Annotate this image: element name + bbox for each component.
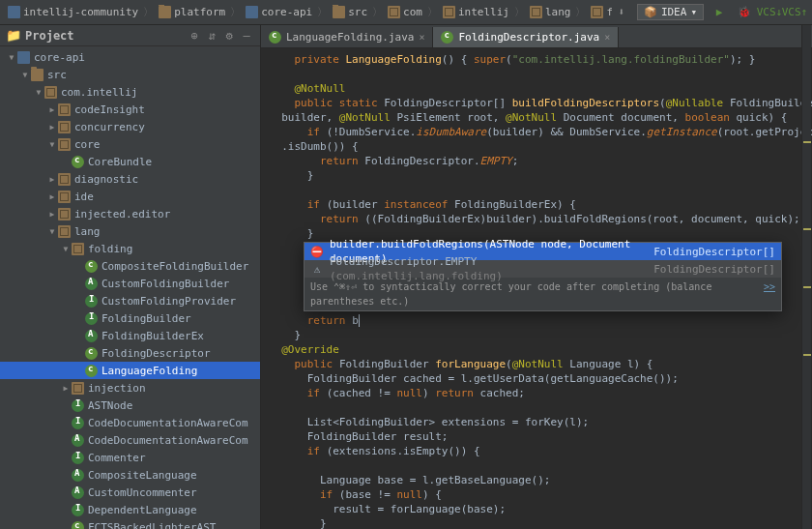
tree-node[interactable]: ▶concurrency: [0, 118, 260, 135]
tree-arrow-icon[interactable]: ▼: [46, 227, 58, 236]
iface-icon: [72, 504, 84, 516]
tree-label: com.intellij: [61, 86, 137, 99]
editor-tab[interactable]: FoldingDescriptor.java×: [433, 27, 619, 47]
tree-arrow-icon[interactable]: ▶: [46, 123, 58, 132]
tree-label: CoreBundle: [88, 156, 152, 168]
tree-label: FoldingBuilderEx: [102, 330, 204, 342]
run-icon[interactable]: ▶: [710, 3, 729, 22]
tree-arrow-icon[interactable]: ▼: [60, 245, 72, 253]
tree-arrow-icon[interactable]: ▼: [33, 88, 44, 97]
pkg-icon: [58, 208, 71, 220]
tree-arrow-icon[interactable]: ▶: [46, 175, 58, 184]
breadcrumb-item[interactable]: com〉: [388, 5, 440, 19]
breadcrumb-item[interactable]: platform〉: [159, 5, 243, 19]
abst-icon: [72, 469, 84, 482]
vcs-update-icon[interactable]: VCS↓: [760, 3, 779, 22]
completion-type: FoldingDescriptor[]: [653, 262, 775, 277]
tree-arrow-icon[interactable]: ▶: [46, 192, 58, 201]
breadcrumb-item[interactable]: intellij-community〉: [8, 5, 156, 19]
debug-icon[interactable]: 🐞: [735, 3, 754, 22]
tree-label: injection: [88, 382, 146, 395]
tree-node[interactable]: ▶ide: [0, 188, 260, 205]
tree-label: CompositeFoldingBuilder: [102, 260, 248, 273]
select-opened-icon[interactable]: ⊕: [187, 28, 202, 44]
tree-label: injected.editor: [74, 208, 170, 220]
folder-icon: [159, 6, 171, 18]
breadcrumb-item[interactable]: lang〉: [530, 5, 589, 19]
tree-node[interactable]: ▼core-api: [0, 48, 260, 66]
tree-node[interactable]: CodeDocumentationAwareCom: [0, 414, 260, 431]
tree-node[interactable]: CoreBundle: [0, 153, 260, 170]
project-tree[interactable]: ▼core-api▼src▼com.intellij▶codeInsight▶c…: [0, 46, 260, 529]
tree-arrow-icon[interactable]: ▼: [6, 53, 17, 62]
breadcrumb-item[interactable]: core-api〉: [246, 5, 330, 19]
tree-label: Commenter: [88, 452, 146, 464]
editor-tabs: LanguageFolding.java×FoldingDescriptor.j…: [261, 25, 812, 48]
iface-icon: [72, 452, 84, 464]
collapse-all-icon[interactable]: ⇵: [204, 28, 219, 44]
hide-icon[interactable]: —: [239, 28, 254, 44]
tree-node[interactable]: ▶codeInsight: [0, 101, 260, 118]
tree-label: FoldingDescriptor: [102, 347, 211, 360]
breadcrumb-item[interactable]: folding〉: [591, 5, 611, 19]
vcs-commit-icon[interactable]: VCS↑: [785, 3, 804, 22]
tree-arrow-icon[interactable]: ▼: [46, 140, 58, 149]
completion-popup[interactable]: ⛔builder.buildFoldRegions(ASTNode node, …: [304, 242, 782, 311]
tree-node[interactable]: CompositeLanguage: [0, 466, 260, 484]
tree-node[interactable]: ▶diagnostic: [0, 170, 260, 188]
tree-node[interactable]: ▼core: [0, 135, 260, 153]
tree-node[interactable]: FCTSBackedLighterAST: [0, 518, 260, 529]
tree-node[interactable]: CustomUncommenter: [0, 484, 260, 501]
build-icon[interactable]: ⬇: [612, 3, 631, 22]
iface-icon: [72, 417, 84, 429]
completion-icon: ⚠: [310, 262, 324, 277]
tree-node[interactable]: FoldingDescriptor: [0, 344, 260, 362]
tree-node[interactable]: ▶injected.editor: [0, 205, 260, 222]
tree-node[interactable]: ▼src: [0, 66, 260, 83]
tree-node[interactable]: CompositeFoldingBuilder: [0, 257, 260, 275]
close-icon[interactable]: ×: [419, 32, 424, 43]
editor-tab[interactable]: LanguageFolding.java×: [261, 27, 433, 47]
tree-node[interactable]: LanguageFolding: [0, 362, 260, 379]
breadcrumb-item[interactable]: intellij〉: [443, 5, 527, 19]
tree-node[interactable]: ASTNode: [0, 397, 260, 414]
project-panel-header: 📁 Project ⊕ ⇵ ⚙ —: [0, 25, 260, 46]
completion-icon: ⛔: [310, 245, 324, 259]
tree-label: CodeDocumentationAwareCom: [88, 434, 248, 447]
pkg-icon: [443, 6, 455, 18]
tree-node[interactable]: CodeDocumentationAwareCom: [0, 431, 260, 449]
pkg-icon: [58, 138, 71, 151]
jclass-icon: [85, 347, 98, 360]
settings-icon[interactable]: ⚙: [221, 28, 237, 44]
tree-arrow-icon[interactable]: ▼: [19, 71, 31, 79]
tab-label: LanguageFolding.java: [286, 31, 414, 44]
tree-arrow-icon[interactable]: ▶: [46, 210, 58, 219]
tree-node[interactable]: Commenter: [0, 449, 260, 466]
hint-link[interactable]: >>: [764, 279, 775, 309]
error-stripe[interactable]: [801, 25, 811, 529]
tree-node[interactable]: ▼com.intellij: [0, 83, 260, 101]
run-config-selector[interactable]: 📦 IDEA ▾: [637, 4, 704, 20]
tree-node[interactable]: FoldingBuilderEx: [0, 327, 260, 344]
tree-node[interactable]: ▼folding: [0, 240, 260, 257]
tree-node[interactable]: ▼lang: [0, 222, 260, 240]
tree-arrow-icon[interactable]: ▶: [46, 105, 58, 114]
tree-label: ide: [74, 191, 94, 203]
tree-label: concurrency: [74, 121, 145, 133]
tree-node[interactable]: ▶injection: [0, 379, 260, 397]
close-icon[interactable]: ×: [604, 32, 610, 43]
tree-node[interactable]: CustomFoldingBuilder: [0, 275, 260, 292]
tree-node[interactable]: CustomFoldingProvider: [0, 292, 260, 309]
tree-arrow-icon[interactable]: ▶: [60, 384, 72, 393]
code-editor[interactable]: private LanguageFolding() { super("com.i…: [261, 48, 812, 529]
pkg-icon: [58, 103, 71, 116]
completion-item[interactable]: ⚠FoldingDescriptor.EMPTY (com.intellij.l…: [304, 260, 781, 278]
abst-icon: [85, 330, 98, 342]
module-icon: [17, 51, 30, 64]
pkg-icon: [58, 225, 71, 238]
tree-label: folding: [88, 243, 132, 255]
tree-node[interactable]: DependentLanguage: [0, 501, 260, 518]
breadcrumb-item[interactable]: src〉: [333, 5, 385, 19]
tree-label: codeInsight: [74, 103, 145, 116]
tree-node[interactable]: FoldingBuilder: [0, 309, 260, 327]
